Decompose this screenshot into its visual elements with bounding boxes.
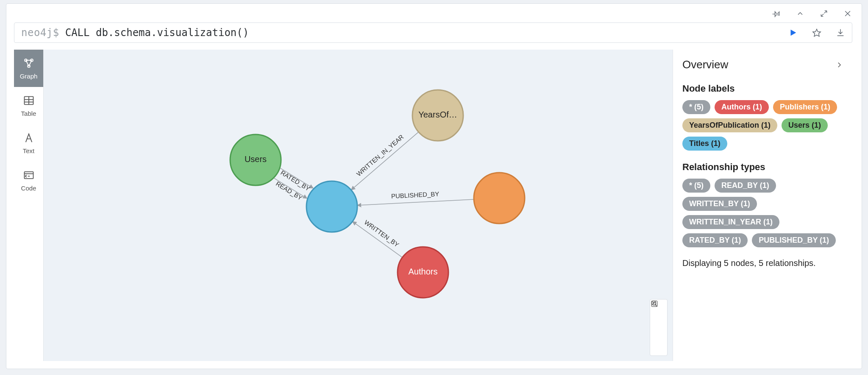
node-label-pill[interactable]: Users (1) (782, 118, 828, 132)
relationship-type-pill[interactable]: WRITTEN_IN_YEAR (1) (682, 215, 779, 229)
sidebar-item-label: Table (21, 110, 36, 117)
sidebar-item-label: Code (21, 185, 36, 192)
view-sidebar: Graph Table Text Code (14, 50, 44, 361)
sidebar-item-label: Graph (20, 73, 38, 80)
graph-node[interactable] (474, 173, 525, 224)
favorite-icon[interactable] (812, 28, 821, 37)
overview-title: Overview (682, 58, 728, 71)
overview-summary: Displaying 5 nodes, 5 relationships. (682, 258, 843, 268)
result-body: Graph Table Text Code (14, 50, 852, 361)
relationship-type-pill[interactable]: RATED_BY (1) (682, 233, 748, 247)
graph-node[interactable] (230, 134, 281, 185)
sidebar-item-graph[interactable]: Graph (14, 50, 43, 87)
relationship-types-heading: Relationship types (682, 162, 843, 173)
graph-icon (23, 57, 35, 69)
query-prompt: neo4j$ (21, 27, 59, 39)
graph-node[interactable] (412, 90, 463, 141)
node-labels-heading: Node labels (682, 83, 843, 94)
chevron-right-icon[interactable] (835, 61, 843, 69)
node-label-pill[interactable]: Authors (1) (715, 100, 769, 114)
sidebar-item-text[interactable]: Text (14, 124, 43, 162)
graph-edge[interactable] (351, 132, 418, 190)
graph-node[interactable] (306, 181, 357, 232)
node-label-pill[interactable]: * (5) (682, 100, 710, 114)
zoom-fit-button[interactable] (650, 337, 667, 355)
run-query-button[interactable] (788, 28, 798, 37)
query-actions (788, 28, 845, 37)
text-icon (23, 132, 35, 144)
svg-line-8 (26, 60, 29, 66)
svg-marker-3 (813, 29, 821, 36)
close-icon[interactable] (843, 9, 852, 18)
sidebar-item-code[interactable]: Code (14, 162, 43, 199)
zoom-controls (650, 299, 668, 356)
node-label-pill[interactable]: YearsOfPublication (1) (682, 118, 777, 132)
relationship-type-pill[interactable]: * (5) (682, 179, 710, 193)
svg-rect-25 (653, 302, 656, 305)
svg-marker-2 (791, 30, 796, 36)
expand-icon[interactable] (819, 9, 829, 18)
svg-rect-24 (651, 301, 657, 306)
sidebar-item-label: Text (23, 147, 35, 154)
zoom-out-button[interactable] (650, 318, 667, 337)
frame-top-actions (772, 9, 852, 18)
table-icon (23, 95, 35, 106)
pin-icon[interactable] (772, 9, 781, 18)
sidebar-item-table[interactable]: Table (14, 87, 43, 124)
relationship-type-pill[interactable]: READ_BY (1) (715, 179, 776, 193)
graph-edge[interactable] (357, 199, 474, 205)
graph-visualization[interactable]: RATED_BYREAD_BYWRITTEN_IN_YEARPUBLISHED_… (44, 50, 673, 361)
query-input[interactable] (65, 27, 788, 39)
graph-edge-label: PUBLISHED_BY (391, 190, 440, 200)
result-frame: neo4j$ Graph Table (6, 3, 862, 369)
relationship-type-pill[interactable]: WRITTEN_BY (1) (682, 197, 757, 211)
node-label-pill[interactable]: Publishers (1) (773, 100, 837, 114)
query-bar: neo4j$ (14, 22, 852, 43)
code-icon (23, 169, 35, 181)
overview-panel: Overview Node labels * (5)Authors (1)Pub… (673, 50, 852, 361)
node-label-pill[interactable]: Titles (1) (682, 137, 727, 151)
relationship-type-pill[interactable]: PUBLISHED_BY (1) (752, 233, 836, 247)
relationship-type-pills: * (5)READ_BY (1)WRITTEN_BY (1)WRITTEN_IN… (682, 179, 843, 247)
node-label-pills: * (5)Authors (1)Publishers (1)YearsOfPub… (682, 100, 843, 151)
collapse-icon[interactable] (796, 9, 805, 18)
download-icon[interactable] (836, 28, 845, 37)
graph-edge-label: WRITTEN_IN_YEAR (355, 133, 405, 178)
graph-node[interactable] (398, 247, 448, 298)
svg-line-9 (29, 60, 32, 66)
svg-rect-14 (24, 171, 33, 178)
